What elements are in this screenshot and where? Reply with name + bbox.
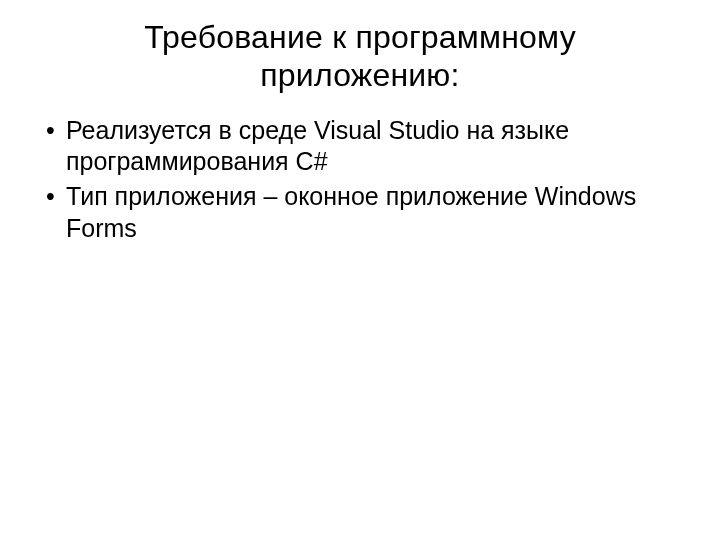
bullet-text: Реализуется в среде Visual Studio на язы… [66,115,680,178]
list-item: • Тип приложения – оконное приложение Wi… [44,181,680,244]
bullet-text: Тип приложения – оконное приложение Wind… [66,181,680,244]
bullet-icon: • [44,115,66,146]
bullet-icon: • [44,181,66,212]
slide-container: Требование к программному приложению: • … [0,0,720,540]
slide-content: • Реализуется в среде Visual Studio на я… [40,115,680,244]
slide-title: Требование к программному приложению: [40,18,680,95]
list-item: • Реализуется в среде Visual Studio на я… [44,115,680,178]
